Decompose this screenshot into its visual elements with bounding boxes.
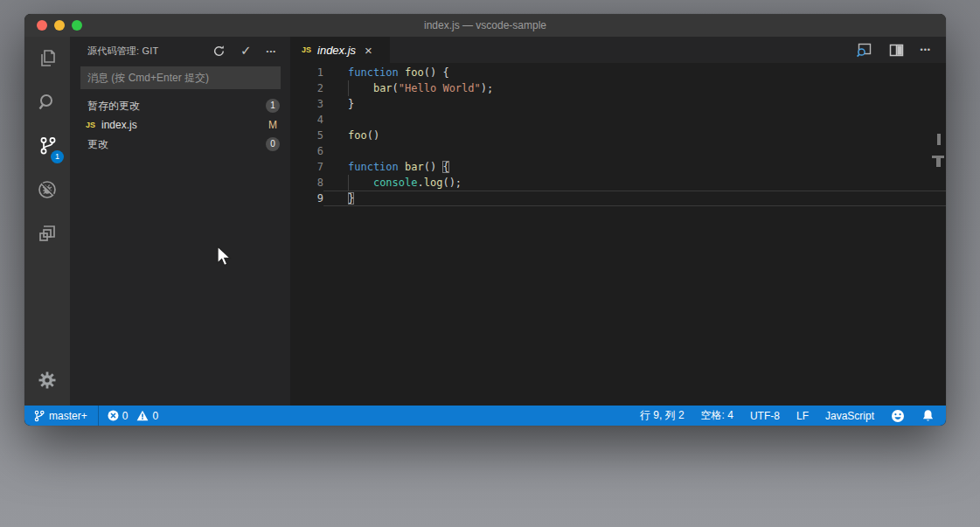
code-line[interactable]: 4 [290,112,946,128]
editor-group: JS index.js × [290,37,946,406]
scm-sidebar: 源代码管理: GIT ✓ ••• 暂存的更改 1 [70,37,290,406]
code-lines: 1function foo() {2 bar("Hello World");3}… [290,65,946,206]
error-icon [108,410,119,421]
line-content: console.log(); [323,175,946,191]
section-label: 暂存的更改 [87,99,266,114]
staged-file-row[interactable]: JS index.js M [70,115,290,135]
mouse-cursor [216,246,233,268]
split-editor-icon[interactable] [889,44,904,57]
manage-button[interactable] [24,365,70,395]
line-content: } [323,96,946,112]
problems-indicator[interactable]: 0 0 [99,410,172,422]
line-number: 9 [290,191,323,206]
more-actions-icon[interactable]: ••• [921,45,931,54]
tab-label: index.js [317,44,356,57]
branch-name: master+ [49,410,87,422]
changes-count-badge: 0 [266,137,280,151]
debug-disabled-icon [36,178,59,201]
js-file-icon: JS [86,121,95,129]
commit-check-icon[interactable]: ✓ [240,43,252,59]
code-line[interactable]: 7function bar() { [290,159,946,175]
warning-icon [136,410,149,421]
line-content: bar("Hello World"); [323,80,946,96]
code-line[interactable]: 1function foo() { [290,65,946,80]
js-file-icon: JS [302,45,311,54]
line-number: 1 [290,65,323,80]
files-icon [36,47,59,70]
code-line[interactable]: 8 console.log(); [290,175,946,191]
language-mode[interactable]: JavaScript [825,410,874,422]
section-label: 更改 [87,137,266,152]
git-branch-icon [34,410,45,422]
changes-section[interactable]: 更改 0 [70,135,290,154]
titlebar: index.js — vscode-sample [24,14,946,37]
close-tab-icon[interactable]: × [365,44,372,57]
line-number: 3 [290,96,323,112]
sidebar-title: 源代码管理: GIT [70,45,212,58]
more-icon[interactable]: ••• [267,47,276,55]
eol-sequence[interactable]: LF [796,410,809,422]
line-content: function foo() { [323,65,946,80]
code-line[interactable]: 5foo() [290,128,946,143]
line-content [323,143,946,159]
branch-indicator[interactable]: master+ [24,406,98,426]
window-title: index.js — vscode-sample [24,14,946,37]
staged-count-badge: 1 [266,99,280,113]
line-content: foo() [323,128,946,143]
vscode-window: index.js — vscode-sample [24,14,946,426]
activity-debug[interactable] [24,168,70,211]
warning-count: 0 [152,410,158,422]
line-content: function bar() { [323,159,946,175]
tab-bar: JS index.js × [290,37,946,63]
file-name: index.js [101,119,268,131]
activity-bar: 1 [24,37,70,406]
status-bar: master+ 0 0 [24,406,946,426]
error-count: 0 [122,410,129,422]
staged-changes-section[interactable]: 暂存的更改 1 [70,96,290,115]
activity-explorer[interactable] [24,37,70,80]
commit-message-input[interactable] [80,66,281,89]
sidebar-header: 源代码管理: GIT ✓ ••• [70,37,290,65]
feedback-smiley-icon[interactable] [891,409,905,423]
code-line[interactable]: 2 bar("Hello World"); [290,80,946,96]
activity-search[interactable] [24,80,70,124]
code-line[interactable]: 6 [290,143,946,159]
indentation[interactable]: 空格: 4 [701,408,733,423]
line-number: 6 [290,143,323,159]
encoding[interactable]: UTF-8 [750,410,780,422]
line-content: } [323,191,946,206]
code-editor[interactable]: 1function foo() {2 bar("Hello World");3}… [290,63,946,406]
open-changes-icon[interactable] [856,43,872,58]
extensions-icon [36,222,59,245]
activity-extensions[interactable] [24,211,70,255]
line-content [323,112,946,128]
overview-ruler-mark [936,158,941,167]
line-number: 5 [290,128,323,143]
notifications-bell-icon[interactable] [921,409,935,423]
line-number: 8 [290,175,323,191]
refresh-icon[interactable] [212,45,226,58]
scm-badge: 1 [51,150,64,163]
line-number: 4 [290,112,323,128]
tab-index-js[interactable]: JS index.js × [290,37,390,63]
modified-status: M [268,119,277,131]
overview-ruler-mark [937,134,941,145]
line-number: 2 [290,80,323,96]
cursor-position[interactable]: 行 9, 列 2 [640,408,685,423]
gear-icon [38,371,57,390]
search-icon [36,91,59,114]
code-line[interactable]: 3} [290,96,946,112]
code-line[interactable]: 9} [290,191,946,206]
line-number: 7 [290,159,323,175]
activity-source-control[interactable]: 1 [24,124,70,168]
